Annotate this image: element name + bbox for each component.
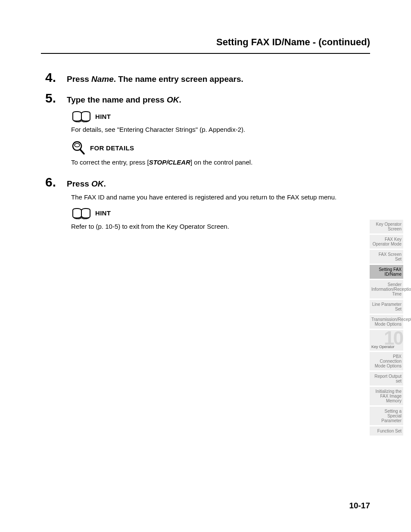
page-number: 10-17 [349,501,370,510]
step-6: 6. Press OK. [41,175,360,190]
svg-point-1 [75,143,80,147]
details-body-em: STOP/CLEAR [149,159,190,166]
sidebar-item-transmission-reception[interactable]: Transmission/Reception Mode Options [370,315,403,329]
sidebar-item-setting-special-parameter[interactable]: Setting a Special Parameter [370,407,403,425]
details-body-lead: To correct the entry, press [ [71,159,149,166]
step-5-tail: . [179,95,181,104]
hint-2-label: HINT [95,209,111,217]
sidebar-item-sender-information[interactable]: Sender Information/Reception Time [370,280,403,299]
details-body-tail: ] on the control panel. [190,159,252,166]
header-rule [41,53,370,54]
step-5: 5. Type the name and press OK. [41,91,360,106]
sidebar-item-key-operator-screen[interactable]: Key Operator Screen [370,220,403,233]
sidebar-item-line-parameter-set[interactable]: Line Parameter Set [370,300,403,314]
sidebar-item-pbx-connection[interactable]: PBX Connection Mode Options [370,352,403,370]
chapter-tab[interactable]: 10 Key Operator [370,330,403,351]
step-4-text: Press Name. The name entry screen appear… [67,75,243,84]
step-5-em: OK [167,95,179,104]
step-5-text: Type the name and press OK. [67,95,181,105]
sidebar-item-setting-fax-id-name[interactable]: Setting FAX ID/Name [370,265,403,279]
sidebar-item-function-set[interactable]: Function Set [370,426,403,436]
book-icon [71,110,92,123]
sidebar-item-fax-key-operator-mode[interactable]: FAX Key Operator Mode [370,235,403,249]
step-6-lead: Press [67,179,91,188]
hint-1-body: For details, see "Entering Character Str… [71,125,360,134]
hint-1-label: HINT [95,113,111,120]
magnifier-icon [71,140,87,156]
sidebar-item-report-output-set[interactable]: Report Output set [370,372,403,386]
step-6-em: OK [91,179,104,188]
hint-2-row: HINT [71,207,360,220]
for-details-body: To correct the entry, press [STOP/CLEAR]… [71,158,360,167]
sidebar-item-fax-screen-set[interactable]: FAX Screen Set [370,250,403,264]
hint-1-row: HINT [71,110,360,123]
step-6-text: Press OK. [67,179,106,189]
sidebar-nav: Key Operator Screen FAX Key Operator Mod… [370,220,403,437]
hint-2-body: Refer to (p. 10-5) to exit from the Key … [71,222,360,231]
step-4: 4. Press Name. The name entry screen app… [41,70,360,85]
step-4-tail: . The name entry screen appears. [114,75,243,84]
step-6-tail: . [104,179,106,188]
step-6-body: The FAX ID and name you have entered is … [71,193,360,202]
step-5-number: 5. [41,91,67,106]
page-header-title: Setting FAX ID/Name - (continued) [41,37,370,48]
sidebar-item-initializing-fax-image-memory[interactable]: Initializing the FAX Image Memory [370,387,403,405]
book-icon [71,207,92,220]
for-details-label: FOR DETAILS [90,144,134,152]
step-4-em: Name [91,75,114,84]
step-4-number: 4. [41,70,67,85]
step-6-number: 6. [41,175,67,190]
for-details-row: FOR DETAILS [71,140,360,156]
chapter-label: Key Operator [371,345,395,349]
main-content: 4. Press Name. The name entry screen app… [41,70,360,231]
step-5-lead: Type the name and press [67,95,167,104]
step-4-lead: Press [67,75,91,84]
